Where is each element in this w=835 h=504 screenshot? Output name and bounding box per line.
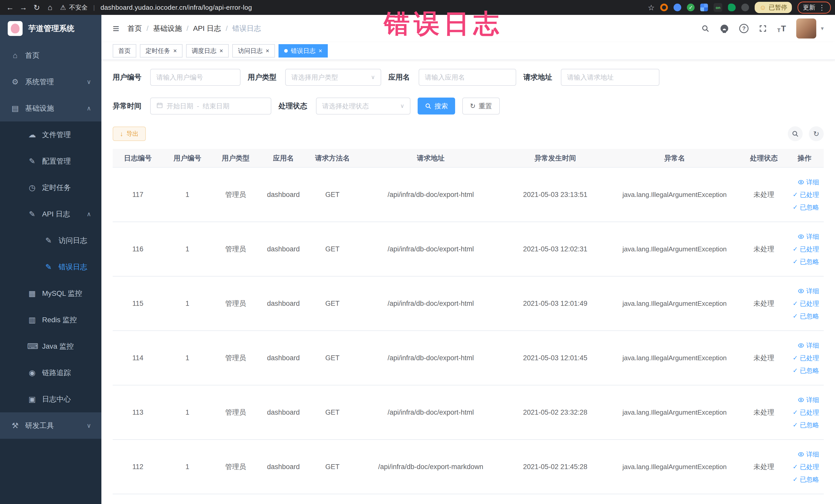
detail-link[interactable]: 详细: [798, 450, 819, 459]
extension-grid-icon[interactable]: [700, 4, 708, 11]
request-url-input[interactable]: [561, 69, 659, 86]
help-icon[interactable]: ?: [739, 24, 749, 33]
close-icon[interactable]: ×: [319, 48, 322, 54]
refresh-table-button[interactable]: ↻: [809, 126, 824, 141]
trace-eye-icon: ◉: [27, 368, 37, 377]
tab-label: 错误日志: [291, 47, 315, 55]
tab-schedule-log[interactable]: 调度日志 ×: [186, 44, 229, 58]
export-button-label: 导出: [126, 130, 139, 138]
sidebar-item-system-management[interactable]: ⚙ 系统管理 ∨: [0, 68, 101, 95]
sidebar-item-scheduled-tasks[interactable]: ◷ 定时任务: [0, 174, 101, 201]
tab-error-log[interactable]: 错误日志 ×: [279, 44, 328, 58]
detail-link[interactable]: 详细: [798, 287, 819, 295]
font-size-icon[interactable]: TT: [777, 24, 786, 33]
sidebar-item-access-log[interactable]: ✎ 访问日志: [0, 227, 101, 254]
fullscreen-icon[interactable]: [759, 24, 767, 33]
breadcrumb-home[interactable]: 首页: [127, 24, 142, 33]
mark-ignored-link[interactable]: ✓ 已忽略: [793, 421, 819, 429]
mark-ignored-link[interactable]: ✓ 已忽略: [793, 258, 819, 266]
search-button[interactable]: 搜索: [418, 98, 455, 115]
mark-ignored-link[interactable]: ✓ 已忽略: [793, 312, 819, 320]
tab-scheduled-tasks[interactable]: 定时任务 ×: [140, 44, 183, 58]
mark-ignored-link[interactable]: ✓ 已忽略: [793, 475, 819, 484]
site-security[interactable]: ⚠ 不安全: [60, 3, 87, 12]
reload-button[interactable]: ↻: [31, 2, 43, 13]
sidebar-item-config-management[interactable]: ✎ 配置管理: [0, 148, 101, 174]
sidebar-item-error-log[interactable]: ✎ 错误日志: [0, 254, 101, 280]
sidebar-item-redis-monitor[interactable]: ▥ Redis 监控: [0, 306, 101, 333]
close-icon[interactable]: ×: [220, 48, 223, 54]
detail-link[interactable]: 详细: [798, 178, 819, 186]
export-button[interactable]: ↓ 导出: [113, 126, 146, 141]
extension-blue-drop-icon[interactable]: [674, 4, 681, 11]
breadcrumb-infrastructure[interactable]: 基础设施: [153, 24, 182, 33]
close-icon[interactable]: ×: [173, 48, 177, 54]
avatar[interactable]: [796, 19, 816, 39]
filter-process-status: 处理状态 请选择处理状态 ∨: [279, 98, 410, 115]
sidebar-item-infrastructure[interactable]: ▤ 基础设施 ∧: [0, 95, 101, 121]
sidebar-item-home[interactable]: ⌂ 首页: [0, 42, 101, 68]
filter-app-name: 应用名: [388, 69, 516, 86]
sidebar-item-log-center[interactable]: ▣ 日志中心: [0, 386, 101, 412]
mark-processed-link[interactable]: ✓ 已处理: [793, 190, 819, 199]
close-icon[interactable]: ×: [266, 48, 269, 54]
cell-user-id: 1: [163, 167, 212, 222]
security-label: 不安全: [69, 3, 87, 12]
mark-processed-link[interactable]: ✓ 已处理: [793, 354, 819, 362]
process-status-select[interactable]: 请选择处理状态 ∨: [316, 98, 410, 115]
cell-method: GET: [307, 440, 358, 494]
cell-user-type: 管理员: [212, 331, 260, 385]
extension-paw-icon[interactable]: [741, 4, 749, 11]
detail-link[interactable]: 详细: [798, 341, 819, 350]
forward-button[interactable]: →: [18, 2, 29, 13]
breadcrumb-api-log[interactable]: API 日志: [193, 24, 221, 33]
sidebar-item-java-monitor[interactable]: ⌨ Java 监控: [0, 333, 101, 360]
sidebar-item-link-tracing[interactable]: ◉ 链路追踪: [0, 360, 101, 386]
update-button[interactable]: 更新 ⋮: [797, 2, 831, 14]
user-type-select[interactable]: 请选择用户类型 ∨: [285, 69, 381, 86]
eye-icon: [798, 451, 804, 458]
cell-app-name: dashboard: [260, 222, 307, 276]
mark-processed-link[interactable]: ✓ 已处理: [793, 463, 819, 471]
app-logo[interactable]: 芋道管理系统: [0, 15, 101, 42]
detail-link[interactable]: 详细: [798, 396, 819, 404]
back-button[interactable]: ←: [4, 2, 16, 13]
sidebar-item-api-log[interactable]: ✎ API 日志 ∧: [0, 201, 101, 227]
mark-processed-link[interactable]: ✓ 已处理: [793, 299, 819, 308]
sidebar-item-mysql-monitor[interactable]: ▦ MySQL 监控: [0, 280, 101, 306]
app-name-input[interactable]: [419, 69, 516, 86]
search-icon[interactable]: [701, 24, 710, 33]
mark-processed-link[interactable]: ✓ 已处理: [793, 245, 819, 254]
mark-ignored-link[interactable]: ✓ 已忽略: [793, 366, 819, 375]
column-header-exception-name: 异常名: [607, 149, 742, 167]
extension-leaf-icon[interactable]: [728, 4, 736, 11]
exception-time-range-picker[interactable]: 开始日期 - 结束日期: [150, 98, 271, 115]
filter-request-url: 请求地址: [523, 69, 659, 86]
tab-home[interactable]: 首页: [113, 44, 136, 58]
column-header-app-name: 应用名: [260, 149, 307, 167]
bookmark-star-icon[interactable]: ☆: [648, 3, 655, 12]
user-id-input[interactable]: [150, 69, 241, 86]
mark-ignored-link[interactable]: ✓ 已忽略: [793, 203, 819, 211]
app-logo-icon: [8, 21, 23, 36]
hide-search-button[interactable]: [788, 126, 803, 141]
hamburger-icon[interactable]: ≡: [113, 23, 119, 34]
mark-processed-link[interactable]: ✓ 已处理: [793, 408, 819, 417]
extension-orange-icon[interactable]: [660, 4, 668, 11]
chrome-right-cluster: ☆ ✓ on ☺ 已暂停 更新 ⋮: [648, 2, 831, 14]
github-icon[interactable]: [720, 24, 729, 33]
avatar-caret-icon[interactable]: ▾: [821, 25, 824, 32]
sidebar-item-dev-tools[interactable]: ⚒ 研发工具 ∨: [0, 412, 101, 439]
cell-request-url: /api/infra/db-doc/export-markdown: [358, 440, 504, 494]
cell-request-url: /api/infra/db-doc/export-html: [358, 167, 504, 222]
extension-green-check-icon[interactable]: ✓: [687, 4, 695, 11]
tab-access-log[interactable]: 访问日志 ×: [232, 44, 275, 58]
paused-badge[interactable]: ☺ 已暂停: [755, 2, 792, 13]
home-button[interactable]: ⌂: [44, 2, 56, 13]
address-bar[interactable]: dashboard.yudao.iocoder.cn/infra/log/api…: [101, 4, 252, 12]
extension-on-badge[interactable]: on: [714, 3, 722, 12]
eye-icon: [798, 288, 804, 294]
detail-link[interactable]: 详细: [798, 233, 819, 241]
sidebar-item-file-management[interactable]: ☁ 文件管理: [0, 121, 101, 148]
reset-button[interactable]: ↻ 重置: [462, 98, 500, 115]
